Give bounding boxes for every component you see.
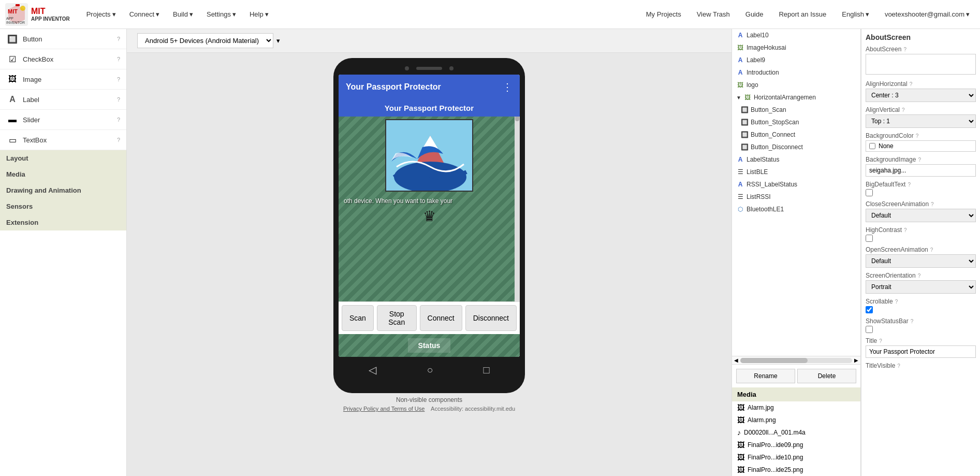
bgimage-input[interactable]: seigaha.jpg... — [866, 164, 976, 177]
section-drawing[interactable]: Drawing and Animation — [0, 182, 126, 198]
delete-button[interactable]: Delete — [797, 369, 856, 383]
tree-item-bluetoothle[interactable]: ⬡ BluetoothLE1 — [732, 203, 860, 215]
privacy-link[interactable]: Privacy Policy and Terms of Use — [343, 406, 425, 412]
openscreen-help-icon[interactable]: ? — [930, 247, 933, 253]
btn-disconnect[interactable]: Disconnect — [465, 305, 517, 331]
image-media-icon-2: 🖼 — [737, 416, 744, 424]
prop-label-highcontrast: HighContrast ? — [866, 226, 976, 234]
titlevisible-help-icon[interactable]: ? — [897, 363, 900, 369]
media-item-alarm-jpg[interactable]: 🖼 Alarm.jpg — [732, 401, 860, 414]
tree-item-logo[interactable]: 🖼 logo — [732, 79, 860, 91]
section-sensors[interactable]: Sensors — [0, 198, 126, 214]
nav-user-account[interactable]: voetexshooter@gmail.com ▾ — [880, 7, 975, 21]
scrollable-help-icon[interactable]: ? — [895, 299, 898, 305]
nav-connect[interactable]: Connect ▾ — [123, 7, 166, 21]
bigdefault-checkbox[interactable] — [866, 189, 873, 196]
label-help-icon[interactable]: ? — [117, 96, 120, 103]
btn-scan[interactable]: Scan — [342, 305, 374, 331]
component-textbox[interactable]: ▭ TextBox ? — [0, 130, 126, 150]
showstatus-help-icon[interactable]: ? — [911, 319, 914, 324]
scroll-left-icon[interactable]: ◀ — [734, 357, 738, 363]
app-logo: MIT APP INVENTOR MIT APP INVENTOR — [5, 3, 70, 26]
tree-item-label9[interactable]: A Label9 — [732, 54, 860, 66]
section-media[interactable]: Media — [0, 166, 126, 182]
alignhoriz-select[interactable]: Center : 3 — [866, 89, 976, 102]
highcontrast-checkbox[interactable] — [866, 235, 873, 242]
rename-button[interactable]: Rename — [736, 369, 795, 383]
nav-guide[interactable]: Guide — [740, 7, 769, 21]
collapse-icon[interactable]: ▼ — [736, 95, 741, 100]
nav-report-issue[interactable]: Report an Issue — [773, 7, 831, 21]
component-button[interactable]: 🔲 Button ? — [0, 29, 126, 49]
bgcolor-none-badge[interactable]: None — [866, 140, 976, 152]
closescreen-help-icon[interactable]: ? — [931, 201, 934, 207]
section-layout[interactable]: Layout — [0, 150, 126, 166]
image-media-icon-1: 🖼 — [737, 403, 744, 412]
image-help-icon[interactable]: ? — [117, 76, 120, 82]
about-help-icon[interactable]: ? — [903, 47, 906, 52]
tree-item-imagehokusai[interactable]: 🖼 ImageHokusai — [732, 41, 860, 54]
showstatus-checkbox[interactable] — [866, 326, 873, 333]
tree-item-horizontal[interactable]: ▼ 🖼 HorizontalArrangemen — [732, 91, 860, 104]
highcontrast-help-icon[interactable]: ? — [904, 227, 907, 233]
bgimage-help-icon[interactable]: ? — [918, 157, 921, 163]
nav-projects[interactable]: Projects ▾ — [80, 7, 122, 21]
component-checkbox[interactable]: ☑ CheckBox ? — [0, 49, 126, 69]
title-input[interactable]: Your Passport Protector — [866, 345, 976, 358]
audio-media-icon: ♪ — [737, 428, 741, 437]
component-label[interactable]: A Label ? — [0, 90, 126, 110]
media-item-finalpro09[interactable]: 🖼 FinalPro...ide09.png — [732, 439, 860, 451]
phone-menu-dots[interactable]: ⋮ — [502, 81, 513, 93]
bgcolor-help-icon[interactable]: ? — [916, 133, 919, 139]
tree-item-connect[interactable]: 🔲 Button_Connect — [732, 128, 860, 141]
tree-item-rssistatus[interactable]: A RSSI_LabelStatus — [732, 178, 860, 191]
bigdefault-help-icon[interactable]: ? — [908, 182, 911, 187]
nav-home-icon[interactable]: ○ — [427, 364, 433, 376]
nav-build[interactable]: Build ▾ — [167, 7, 199, 21]
tree-item-introduction[interactable]: A Introduction — [732, 66, 860, 79]
nav-language[interactable]: English ▾ — [837, 7, 874, 21]
tree-item-listrssi[interactable]: ☰ ListRSSI — [732, 191, 860, 203]
openscreen-select[interactable]: Default — [866, 254, 976, 268]
alignvert-select[interactable]: Top : 1 — [866, 114, 976, 128]
title-help-icon[interactable]: ? — [879, 338, 882, 344]
nav-settings[interactable]: Settings ▾ — [200, 7, 242, 21]
section-extension[interactable]: Extension — [0, 214, 126, 230]
bgcolor-checkbox[interactable] — [869, 143, 875, 149]
orientation-select[interactable]: Portrait — [866, 280, 976, 294]
nav-view-trash[interactable]: View Trash — [692, 7, 735, 21]
media-item-audio[interactable]: ♪ D00020ll...A_001.m4a — [732, 426, 860, 439]
media-item-finalpro25[interactable]: 🖼 FinalPro...ide25.png — [732, 464, 860, 476]
tree-item-listble[interactable]: ☰ ListBLE — [732, 166, 860, 178]
closescreen-select[interactable]: Default — [866, 209, 976, 222]
tree-item-scan[interactable]: 🔲 Button_Scan — [732, 104, 860, 116]
tree-item-stopscan[interactable]: 🔲 Button_StopScan — [732, 116, 860, 128]
hscroll-bar[interactable] — [740, 358, 852, 363]
arrangement-tree-icon: 🖼 — [743, 93, 752, 102]
component-slider[interactable]: ▬ Slider ? — [0, 110, 126, 130]
about-textarea[interactable] — [866, 54, 976, 75]
device-selector[interactable]: Android 5+ Devices (Android Material) — [137, 33, 273, 48]
orientation-help-icon[interactable]: ? — [918, 273, 921, 279]
alignhoriz-help-icon[interactable]: ? — [910, 81, 913, 87]
tree-item-disconnect[interactable]: 🔲 Button_Disconnect — [732, 141, 860, 153]
scrollable-checkbox[interactable] — [866, 306, 873, 313]
btn-stop-scan[interactable]: Stop Scan — [377, 305, 417, 331]
media-item-finalpro10[interactable]: 🖼 FinalPro...ide10.png — [732, 451, 860, 464]
nav-help[interactable]: Help ▾ — [243, 7, 275, 21]
nav-recents-icon[interactable]: □ — [483, 364, 489, 376]
nav-back-icon[interactable]: ◁ — [369, 364, 376, 376]
tree-item-label10[interactable]: A Label10 — [732, 29, 860, 41]
alignvert-help-icon[interactable]: ? — [902, 107, 905, 113]
btn-connect[interactable]: Connect — [420, 305, 462, 331]
checkbox-help-icon[interactable]: ? — [117, 56, 120, 62]
button-help-icon[interactable]: ? — [117, 36, 120, 42]
tree-item-labelstatus[interactable]: A LabelStatus — [732, 153, 860, 166]
scroll-right-icon[interactable]: ▶ — [854, 357, 858, 363]
nav-my-projects[interactable]: My Projects — [641, 7, 686, 21]
main-layout: 🔲 Button ? ☑ CheckBox ? 🖼 Image ? A Labe… — [0, 29, 980, 476]
slider-help-icon[interactable]: ? — [117, 117, 120, 123]
component-image[interactable]: 🖼 Image ? — [0, 69, 126, 90]
textbox-help-icon[interactable]: ? — [117, 137, 120, 143]
media-item-alarm-png[interactable]: 🖼 Alarm.png — [732, 414, 860, 426]
